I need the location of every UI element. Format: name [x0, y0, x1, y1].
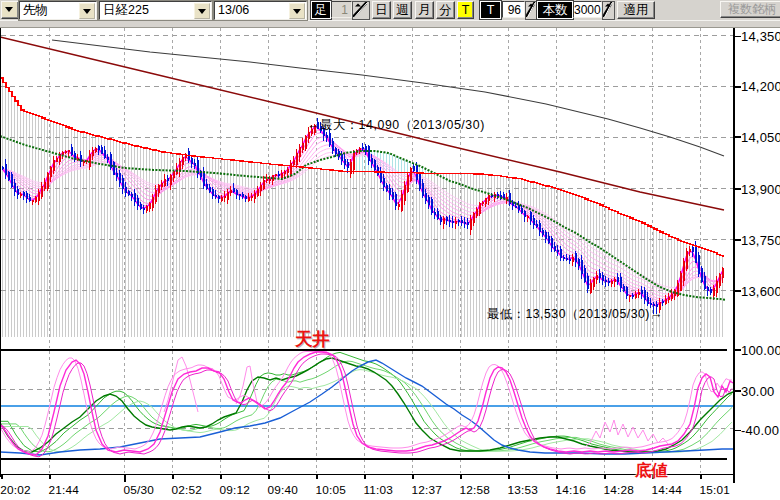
- svg-text:10:05: 10:05: [315, 483, 346, 497]
- svg-text:12:37: 12:37: [411, 483, 442, 497]
- svg-text:14,050: 14,050: [741, 130, 780, 145]
- svg-text:14:16: 14:16: [555, 483, 586, 497]
- svg-text:13,750: 13,750: [741, 233, 780, 248]
- svg-text:13,600: 13,600: [741, 284, 780, 299]
- svg-text:←最大：14,090（2013/05/30): ←最大：14,090（2013/05/30): [307, 118, 485, 132]
- svg-text:09:12: 09:12: [219, 483, 250, 497]
- svg-text:12:58: 12:58: [459, 483, 490, 497]
- svg-text:05/30: 05/30: [123, 483, 154, 497]
- svg-text:-40.00: -40.00: [741, 423, 779, 438]
- svg-text:09:40: 09:40: [267, 483, 298, 497]
- svg-text:15:01: 15:01: [699, 483, 730, 497]
- svg-text:30.00: 30.00: [741, 384, 775, 399]
- svg-text:20:02: 20:02: [0, 483, 31, 497]
- svg-text:底値: 底値: [634, 461, 669, 479]
- svg-text:最低：13,530（2013/05/30)→: 最低：13,530（2013/05/30)→: [487, 307, 663, 321]
- svg-text:13,900: 13,900: [741, 182, 780, 197]
- svg-text:14:28: 14:28: [603, 483, 634, 497]
- svg-text:21:44: 21:44: [48, 483, 79, 497]
- svg-text:14,200: 14,200: [741, 79, 780, 94]
- svg-text:14,350: 14,350: [741, 29, 780, 44]
- svg-text:13:53: 13:53: [507, 483, 538, 497]
- svg-text:02:52: 02:52: [171, 483, 202, 497]
- svg-text:100.00: 100.00: [741, 343, 780, 358]
- svg-text:天井: 天井: [294, 329, 330, 349]
- svg-text:11:03: 11:03: [363, 483, 393, 497]
- svg-text:14:44: 14:44: [651, 483, 682, 497]
